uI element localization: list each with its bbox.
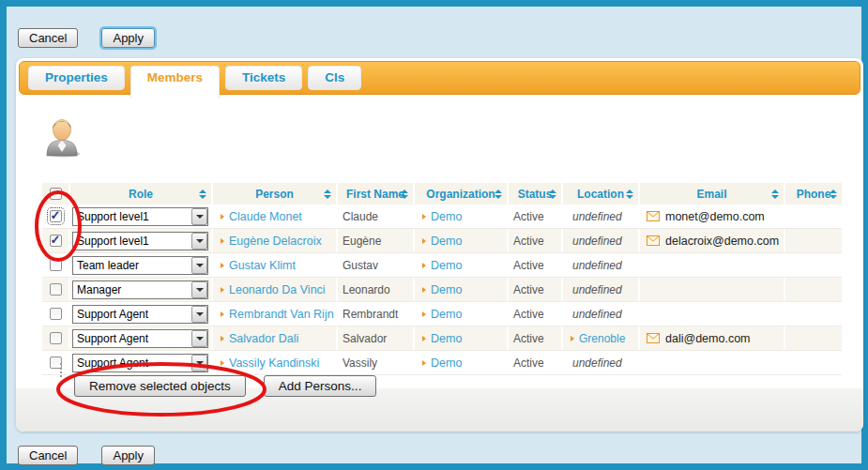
person-cell: Salvador Dali <box>213 326 338 350</box>
column-header-status[interactable]: Status <box>509 183 563 205</box>
row-checkbox[interactable] <box>50 259 62 271</box>
column-header-label: Person <box>255 188 294 201</box>
status-text: Active <box>509 332 544 345</box>
column-header-email[interactable]: Email <box>640 183 785 205</box>
role-select[interactable]: Support level1 <box>72 207 208 226</box>
organization-link[interactable]: Demo <box>431 332 462 345</box>
location-text[interactable]: undefined <box>563 210 622 223</box>
dropdown-arrow-icon[interactable] <box>191 355 207 371</box>
status-text: Active <box>509 210 544 223</box>
person-link[interactable]: Gustav Klimt <box>229 259 296 272</box>
person-link[interactable]: Vassily Kandinski <box>229 356 319 370</box>
dropdown-arrow-icon[interactable] <box>191 233 207 250</box>
tab-tickets[interactable]: Tickets <box>225 66 302 90</box>
location-text[interactable]: undefined <box>563 308 622 321</box>
sort-icon[interactable] <box>830 190 837 199</box>
link-arrow-icon <box>221 287 224 293</box>
apply-button-bottom[interactable]: Apply <box>101 446 155 465</box>
apply-button-top[interactable]: Apply <box>101 28 155 48</box>
link-arrow-icon <box>422 336 426 341</box>
organization-link[interactable]: Demo <box>431 259 462 272</box>
sort-icon[interactable] <box>771 190 779 199</box>
sort-icon[interactable] <box>626 190 633 199</box>
role-select[interactable]: Support level1 <box>72 232 208 250</box>
select-all-checkbox[interactable] <box>50 188 62 200</box>
organization-link[interactable]: Demo <box>431 356 462 370</box>
table-row: Support level1 Claude Monet Claude Demo … <box>42 205 842 229</box>
email-cell <box>640 302 785 326</box>
table-row: Support Agent Rembrandt Van Rijn Rembran… <box>42 302 842 326</box>
location-text[interactable]: undefined <box>563 283 622 296</box>
add-persons-button[interactable]: Add Persons... <box>264 375 377 397</box>
column-header-first-name[interactable]: First Name <box>338 183 415 205</box>
column-header-phone[interactable]: Phone <box>785 183 842 205</box>
tab-cis[interactable]: CIs <box>308 66 361 90</box>
row-checkbox[interactable] <box>50 283 62 296</box>
email-cell: dali@demo.com <box>640 326 785 350</box>
role-select[interactable]: Support Agent <box>72 329 208 348</box>
person-cell: Claude Monet <box>213 205 338 228</box>
status-text: Active <box>509 356 544 370</box>
location-cell: undefined <box>563 278 640 301</box>
sort-icon[interactable] <box>549 190 556 199</box>
role-select[interactable]: Manager <box>72 280 208 299</box>
location-text[interactable]: Grenoble <box>579 332 625 345</box>
column-header-location[interactable]: Location <box>563 183 640 205</box>
dropdown-arrow-icon[interactable] <box>191 208 207 225</box>
organization-link[interactable]: Demo <box>431 235 462 248</box>
tab-members[interactable]: Members <box>130 66 220 99</box>
dialog-frame: Cancel Apply Properties Members Tickets … <box>0 0 868 470</box>
email-cell <box>640 351 785 374</box>
sort-icon[interactable] <box>199 190 206 199</box>
role-select-value: Support level1 <box>73 235 191 248</box>
remove-selected-button[interactable]: Remove selected objects <box>74 375 246 397</box>
location-cell: undefined <box>563 351 640 374</box>
location-text[interactable]: undefined <box>563 259 622 272</box>
person-link[interactable]: Rembrandt Van Rijn <box>229 308 334 321</box>
role-select-value: Support Agent <box>73 332 191 345</box>
row-checkbox[interactable] <box>50 332 62 344</box>
sort-icon[interactable] <box>401 190 408 199</box>
person-link[interactable]: Salvador Dali <box>229 332 298 345</box>
cancel-button-top[interactable]: Cancel <box>18 28 78 48</box>
row-checkbox[interactable] <box>50 210 62 222</box>
tab-properties[interactable]: Properties <box>28 66 125 90</box>
role-select[interactable]: Support Agent <box>72 305 208 324</box>
dropdown-arrow-icon[interactable] <box>191 281 207 298</box>
person-link[interactable]: Eugène Delacroix <box>229 235 322 248</box>
phone-cell <box>785 205 842 228</box>
location-text[interactable]: undefined <box>563 356 622 370</box>
envelope-icon <box>647 211 660 221</box>
link-arrow-icon <box>422 214 426 220</box>
column-header-role[interactable]: Role <box>70 183 213 205</box>
role-cell: Support level1 <box>70 229 213 252</box>
first-name-text: Gustav <box>338 259 378 272</box>
dropdown-arrow-icon[interactable] <box>191 306 207 323</box>
first-name-cell: Rembrandt <box>338 302 415 326</box>
organization-cell: Demo <box>415 253 509 277</box>
column-header-organization[interactable]: Organization <box>415 183 509 205</box>
dropdown-arrow-icon[interactable] <box>191 330 207 347</box>
table-row: Support Agent Salvador Dali Salvador Dem… <box>42 326 842 351</box>
row-checkbox[interactable] <box>50 235 62 247</box>
sort-icon[interactable] <box>495 190 502 199</box>
role-select[interactable]: Support Agent <box>72 354 208 372</box>
first-name-cell: Salvador <box>338 326 415 350</box>
location-cell: undefined <box>563 253 640 277</box>
person-link[interactable]: Leonardo Da Vinci <box>229 283 326 296</box>
phone-cell <box>785 302 842 326</box>
organization-link[interactable]: Demo <box>431 308 462 321</box>
cancel-button-bottom[interactable]: Cancel <box>18 446 78 465</box>
organization-link[interactable]: Demo <box>431 210 462 223</box>
row-checkbox[interactable] <box>50 308 62 320</box>
sort-icon[interactable] <box>324 190 331 199</box>
first-name-cell: Gustav <box>338 253 415 277</box>
phone-cell <box>785 351 842 374</box>
organization-link[interactable]: Demo <box>431 283 462 296</box>
location-text[interactable]: undefined <box>563 235 622 248</box>
column-header-person[interactable]: Person <box>213 183 338 205</box>
dropdown-arrow-icon[interactable] <box>191 257 207 274</box>
role-select[interactable]: Team leader <box>72 256 208 275</box>
person-link[interactable]: Claude Monet <box>229 210 302 223</box>
table-actions: Remove selected objects Add Persons... <box>74 375 376 397</box>
